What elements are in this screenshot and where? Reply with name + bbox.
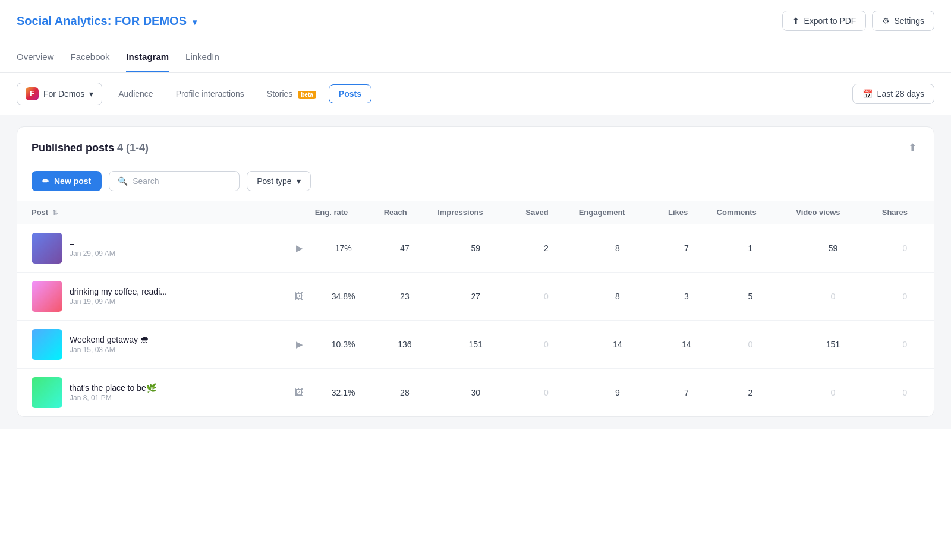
post-thumbnail <box>32 377 62 408</box>
export-pdf-button[interactable]: ⬆ Export to PDF <box>782 11 866 31</box>
search-input[interactable] <box>133 176 231 186</box>
cell-impressions: 59 <box>432 224 519 273</box>
post-title: that's the place to be🌿 <box>70 383 206 393</box>
cell-reach: 28 <box>378 369 432 417</box>
posts-table: Post ⇅ Eng. rate Reach Impressions Saved… <box>17 201 934 416</box>
col-post: Post ⇅ <box>17 201 309 224</box>
subtab-posts[interactable]: Posts <box>329 84 371 103</box>
table-row[interactable]: drinking my coffee, readi... Jan 19, 09 … <box>17 273 934 321</box>
tab-overview[interactable]: Overview <box>17 42 54 72</box>
col-likes: Likes <box>662 201 711 224</box>
post-cell: – Jan 29, 09 AM ▶ <box>17 224 309 273</box>
post-title: – <box>70 239 206 248</box>
subtab-profile-interactions[interactable]: Profile interactions <box>166 84 254 103</box>
post-type-icon: 🖼 <box>294 291 303 302</box>
cell-shares: 0 <box>876 369 934 417</box>
cell-eng-rate: 17% <box>309 224 378 273</box>
date-range-button[interactable]: 📅 Last 28 days <box>852 84 934 104</box>
post-cell: Weekend getaway 🌨 Jan 15, 03 AM ▶ <box>17 321 309 369</box>
cell-saved: 2 <box>519 224 572 273</box>
content: Published posts 4 (1-4) ⬆ ✏ New post 🔍 <box>0 115 951 429</box>
pencil-icon: ✏ <box>42 176 49 186</box>
cell-engagement: 14 <box>573 321 662 369</box>
post-date: Jan 29, 09 AM <box>70 249 286 258</box>
cell-saved: 0 <box>519 273 572 321</box>
beta-badge: beta <box>298 91 316 99</box>
col-shares: Shares <box>876 201 934 224</box>
cell-comments: 2 <box>711 369 791 417</box>
app-title: Social Analytics: FOR DEMOS ▾ <box>17 14 197 28</box>
card-title: Published posts 4 (1-4) <box>32 142 149 154</box>
post-info: drinking my coffee, readi... Jan 19, 09 … <box>70 287 285 306</box>
calendar-icon: 📅 <box>862 89 873 99</box>
cell-eng-rate: 34.8% <box>309 273 378 321</box>
cell-comments: 1 <box>711 224 791 273</box>
post-title: drinking my coffee, readi... <box>70 287 206 296</box>
cell-comments: 5 <box>711 273 791 321</box>
col-impressions: Impressions <box>432 201 519 224</box>
cell-impressions: 30 <box>432 369 519 417</box>
cell-reach: 47 <box>378 224 432 273</box>
table-header-row: Post ⇅ Eng. rate Reach Impressions Saved… <box>17 201 934 224</box>
settings-button[interactable]: ⚙ Settings <box>872 11 934 31</box>
post-count: 4 (1-4) <box>117 142 149 154</box>
card-export-button[interactable]: ⬆ <box>906 139 919 157</box>
post-controls: ✏ New post 🔍 Post type ▾ <box>17 166 934 201</box>
post-info: that's the place to be🌿 Jan 8, 01 PM <box>70 383 285 402</box>
cell-engagement: 8 <box>573 273 662 321</box>
col-engagement: Engagement <box>573 201 662 224</box>
cell-likes: 7 <box>662 224 711 273</box>
export-icon: ⬆ <box>792 16 799 26</box>
post-type-icon: ▶ <box>296 243 303 254</box>
instagram-icon: F <box>26 87 39 100</box>
post-date: Jan 8, 01 PM <box>70 394 285 402</box>
header: Social Analytics: FOR DEMOS ▾ ⬆ Export t… <box>0 0 951 42</box>
tab-instagram[interactable]: Instagram <box>126 42 169 72</box>
toolbar: F For Demos ▾ Audience Profile interacti… <box>0 73 951 115</box>
table-row[interactable]: – Jan 29, 09 AM ▶ 17%47592871590 <box>17 224 934 273</box>
col-saved: Saved <box>519 201 572 224</box>
cell-video-views: 59 <box>790 224 876 273</box>
header-actions: ⬆ Export to PDF ⚙ Settings <box>782 11 934 31</box>
new-post-button[interactable]: ✏ New post <box>32 171 102 191</box>
cell-comments: 0 <box>711 321 791 369</box>
sub-tabs: Audience Profile interactions Stories be… <box>108 84 371 103</box>
workspace-chevron-icon[interactable]: ▾ <box>193 17 197 27</box>
sort-icon[interactable]: ⇅ <box>52 209 58 216</box>
post-thumbnail <box>32 233 62 264</box>
post-type-button[interactable]: Post type ▾ <box>247 171 310 191</box>
table-row[interactable]: that's the place to be🌿 Jan 8, 01 PM 🖼 3… <box>17 369 934 417</box>
cell-shares: 0 <box>876 321 934 369</box>
cell-video-views: 151 <box>790 321 876 369</box>
post-cell: drinking my coffee, readi... Jan 19, 09 … <box>17 273 309 321</box>
post-date: Jan 19, 09 AM <box>70 298 285 306</box>
cell-video-views: 0 <box>790 369 876 417</box>
divider <box>896 140 896 156</box>
video-icon: ▶ <box>296 243 303 253</box>
video-icon: ▶ <box>296 339 303 349</box>
post-thumbnail <box>32 281 62 312</box>
cell-video-views: 0 <box>790 273 876 321</box>
cell-reach: 136 <box>378 321 432 369</box>
image-icon: 🖼 <box>294 291 303 301</box>
post-type-chevron-icon: ▾ <box>297 176 301 186</box>
cell-reach: 23 <box>378 273 432 321</box>
col-video-views: Video views <box>790 201 876 224</box>
col-reach: Reach <box>378 201 432 224</box>
table-row[interactable]: Weekend getaway 🌨 Jan 15, 03 AM ▶ 10.3%1… <box>17 321 934 369</box>
cell-impressions: 151 <box>432 321 519 369</box>
tab-linkedin[interactable]: LinkedIn <box>185 42 219 72</box>
cell-saved: 0 <box>519 369 572 417</box>
cell-likes: 3 <box>662 273 711 321</box>
account-selector[interactable]: F For Demos ▾ <box>17 83 102 105</box>
search-icon: 🔍 <box>118 176 128 186</box>
subtab-stories[interactable]: Stories beta <box>257 84 326 103</box>
gear-icon: ⚙ <box>882 16 890 26</box>
post-cell: that's the place to be🌿 Jan 8, 01 PM 🖼 <box>17 369 309 417</box>
subtab-audience[interactable]: Audience <box>108 84 163 103</box>
post-type-icon: 🖼 <box>294 387 303 398</box>
tab-facebook[interactable]: Facebook <box>71 42 110 72</box>
account-name: For Demos <box>43 89 84 99</box>
post-info: Weekend getaway 🌨 Jan 15, 03 AM <box>70 335 286 354</box>
cell-shares: 0 <box>876 273 934 321</box>
